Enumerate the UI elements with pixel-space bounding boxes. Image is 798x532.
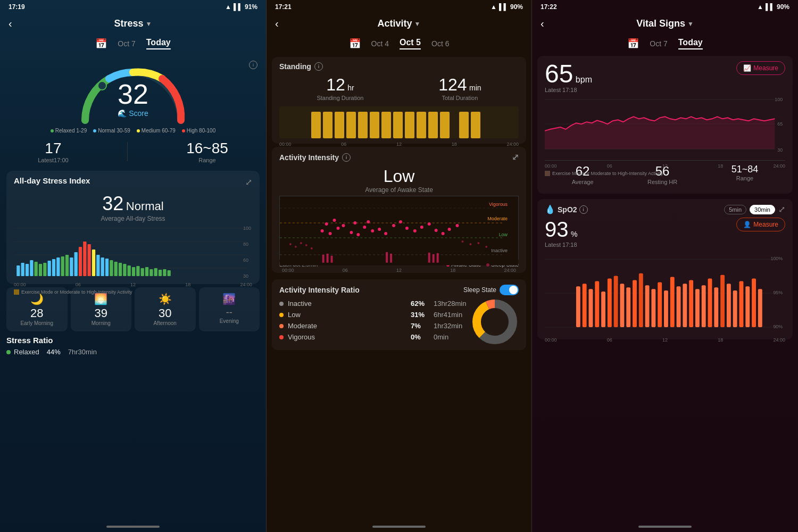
gauge-number: 32 — [118, 80, 148, 108]
svg-point-84 — [325, 222, 328, 226]
info-button-stress[interactable]: i — [249, 59, 257, 69]
svg-point-94 — [469, 243, 471, 245]
gauge-score: 32 🌊 Score — [118, 80, 148, 118]
svg-point-0 — [98, 81, 106, 90]
all-day-stress-card: All-day Stress Index ⤢ 32 Normal Average… — [6, 171, 260, 284]
legend-normal: Normal 30-59 — [93, 128, 130, 134]
measure-button-spo2[interactable]: 👤 Measure — [736, 218, 785, 231]
battery-icon-3: 90% — [777, 3, 789, 11]
calendar-icon-1[interactable]: 📅 — [95, 38, 107, 49]
svg-rect-46 — [370, 112, 379, 138]
svg-text:Vigorous: Vigorous — [489, 202, 508, 207]
svg-rect-52 — [440, 112, 450, 138]
svg-rect-143 — [695, 289, 700, 327]
spo2-latest: Latest 17:18 — [545, 242, 577, 248]
legend-dot-normal — [93, 129, 96, 132]
toggle-thumb — [509, 286, 518, 294]
svg-point-68 — [350, 231, 353, 234]
date-current-3[interactable]: Today — [678, 38, 703, 49]
standing-info-icon[interactable]: i — [314, 62, 323, 71]
stat-range-label: Range — [186, 157, 228, 163]
heart-rate-section: 65 bpm Latest 17:18 📈 Measure 100 65 30 — [537, 56, 793, 194]
date-prev-1[interactable]: Oct 7 — [118, 39, 135, 48]
ratio-dot-vigorous — [279, 335, 284, 339]
svg-rect-142 — [689, 280, 693, 327]
svg-rect-130 — [614, 276, 618, 327]
hr-average-lbl: Average — [572, 179, 594, 185]
measure-label-hr: Measure — [753, 64, 778, 72]
nav-dropdown-1[interactable]: ▼ — [146, 20, 152, 28]
svg-point-91 — [305, 244, 307, 246]
svg-rect-32 — [136, 266, 139, 276]
ratio-vigorous: Vigorous 0% 0min — [279, 333, 471, 341]
standing-total-label: Total Duration — [438, 95, 481, 101]
intensity-level: Low — [279, 167, 519, 186]
home-indicator-2 — [267, 521, 531, 532]
ratio-pct-low: 31% — [411, 311, 429, 319]
spo2-30min-btn[interactable]: 30min — [750, 205, 775, 214]
svg-point-87 — [367, 220, 370, 223]
home-indicator-3 — [532, 521, 798, 532]
hr-resting-lbl: Resting HR — [647, 179, 677, 185]
calendar-icon-2[interactable]: 📅 — [349, 38, 361, 49]
gauge-label-row: 🌊 Score — [118, 109, 148, 118]
morning-label: Morning — [75, 320, 128, 326]
svg-rect-41 — [311, 112, 321, 138]
svg-rect-21 — [88, 244, 91, 276]
date-next-2[interactable]: Oct 6 — [431, 39, 449, 48]
svg-rect-30 — [128, 265, 131, 276]
nav-dropdown-3[interactable]: ▼ — [687, 20, 694, 28]
ratio-dot-inactive — [279, 302, 284, 306]
svg-text:30: 30 — [777, 147, 783, 153]
back-button-1[interactable]: ‹ — [9, 18, 12, 30]
hr-chart-svg: 100 65 30 — [545, 96, 785, 160]
spo2-5min-btn[interactable]: 5min — [724, 205, 746, 214]
date-prev-2[interactable]: Oct 4 — [371, 39, 389, 48]
sleep-toggle[interactable]: Sleep State — [463, 285, 519, 295]
svg-rect-145 — [708, 279, 712, 327]
svg-rect-148 — [727, 284, 731, 327]
svg-rect-37 — [159, 270, 162, 276]
measure-icon-spo2: 👤 — [743, 221, 751, 228]
date-current-2[interactable]: Oct 5 — [400, 38, 421, 49]
spo2-chart: 100% 95% 90% — [545, 254, 785, 334]
svg-rect-138 — [664, 290, 668, 327]
intensity-info-icon[interactable]: i — [342, 153, 351, 162]
back-button-3[interactable]: ‹ — [541, 18, 544, 30]
all-day-sub: Average All-day Stress — [14, 215, 252, 222]
intensity-title: Activity Intensity i ⤢ — [279, 152, 519, 162]
hr-chart: 100 65 30 00:00 06 12 18 24:00 — [545, 96, 785, 160]
date-prev-3[interactable]: Oct 7 — [650, 39, 667, 48]
spo2-info-icon[interactable]: i — [579, 205, 588, 214]
svg-rect-5 — [16, 265, 20, 276]
expand-btn-stress[interactable]: ⤢ — [245, 177, 252, 187]
date-current-1[interactable]: Today — [146, 38, 171, 49]
stat-latest-value: 17 — [38, 140, 69, 157]
standing-chart-svg — [279, 106, 519, 138]
standing-section: Standing i 12 hr Standing Duration 124 m… — [272, 57, 526, 144]
standing-duration-label: Standing Duration — [317, 95, 363, 101]
svg-rect-151 — [745, 286, 750, 327]
spo2-expand-btn[interactable]: ⤢ — [778, 204, 785, 214]
svg-rect-39 — [168, 270, 171, 276]
svg-rect-152 — [752, 279, 756, 327]
ratio-pct-moderate: 7% — [411, 322, 429, 330]
spo2-value-row: 93 % Latest 17:18 👤 Measure — [545, 218, 785, 250]
svg-point-65 — [329, 232, 332, 235]
legend-dot-medium — [137, 129, 140, 132]
expand-btn-intensity[interactable]: ⤢ — [512, 152, 519, 162]
calendar-icon-3[interactable]: 📅 — [627, 38, 639, 49]
info-icon: i — [249, 61, 257, 69]
status-icons-2: ▲ ▌▌ 90% — [491, 3, 523, 11]
svg-point-93 — [461, 240, 463, 243]
stat-latest: 17 Latest17:00 — [38, 140, 69, 163]
svg-rect-102 — [428, 253, 430, 263]
measure-button-hr[interactable]: 📈 Measure — [736, 61, 785, 75]
nav-dropdown-2[interactable]: ▼ — [414, 20, 421, 28]
back-button-2[interactable]: ‹ — [275, 18, 279, 30]
ratio-low: Low 31% 6hr41min — [279, 311, 471, 319]
toggle-switch[interactable] — [500, 285, 519, 295]
svg-text:100: 100 — [775, 97, 783, 102]
svg-rect-9 — [35, 262, 38, 276]
svg-rect-150 — [739, 281, 744, 327]
